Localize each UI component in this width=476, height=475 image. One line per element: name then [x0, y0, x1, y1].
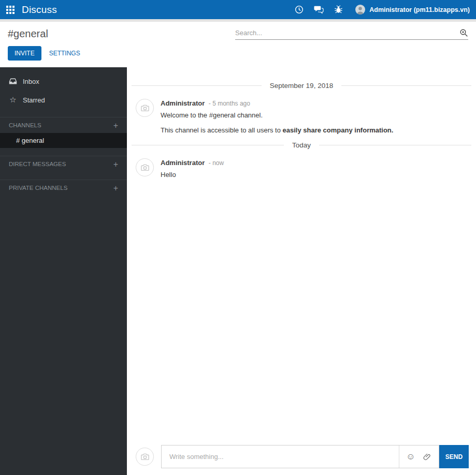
content-area: Inbox ☆ Starred CHANNELS + # general DIR…: [0, 67, 476, 475]
sidebar-section-label: CHANNELS: [9, 122, 41, 128]
user-name: Administrator (pm11.bizapps.vn): [369, 6, 470, 13]
date-separator: Today: [132, 141, 471, 149]
user-menu[interactable]: Administrator (pm11.bizapps.vn): [355, 5, 470, 14]
message-body: Welcome to the #general channel. This ch…: [161, 111, 393, 134]
top-navbar: Discuss Administrator (pm11.bizapps.vn): [0, 0, 476, 19]
composer-input-box: ☺: [161, 445, 439, 468]
message-avatar: [136, 158, 154, 176]
sidebar-item-general-channel[interactable]: # general: [0, 133, 127, 148]
channel-name: # general: [16, 137, 44, 144]
message-avatar: [136, 99, 154, 117]
message-author: Administrator: [161, 159, 205, 167]
settings-button[interactable]: SETTINGS: [49, 47, 80, 60]
sidebar-item-label: Inbox: [23, 78, 39, 85]
composer-tools: ☺: [399, 446, 439, 468]
sidebar-section-label: DIRECT MESSAGES: [9, 161, 66, 167]
add-channel-icon[interactable]: +: [113, 123, 118, 128]
user-avatar: [355, 5, 365, 14]
search-zoom-in-icon[interactable]: [459, 28, 468, 37]
message-composer: ☺ SEND: [136, 445, 469, 468]
sidebar-item-starred[interactable]: ☆ Starred: [0, 91, 127, 109]
message-author: Administrator: [161, 99, 205, 107]
camera-icon: [140, 452, 150, 462]
message-timestamp: - 5 months ago: [209, 100, 250, 107]
add-direct-message-icon[interactable]: +: [113, 161, 118, 167]
message-text-plain: This channel is accessible to all users …: [161, 126, 283, 134]
add-private-channel-icon[interactable]: +: [113, 185, 118, 191]
message: Administrator - 5 months ago Welcome to …: [127, 90, 476, 134]
sidebar-item-label: Starred: [23, 96, 45, 104]
apps-menu-icon[interactable]: [6, 6, 15, 14]
inbox-icon: [9, 77, 17, 85]
date-separator-label: Today: [292, 141, 311, 149]
app-title[interactable]: Discuss: [22, 4, 57, 16]
activities-clock-icon[interactable]: [294, 5, 304, 14]
send-button[interactable]: SEND: [439, 445, 469, 468]
camera-icon: [140, 103, 150, 113]
sidebar-section-channels: CHANNELS +: [0, 117, 127, 133]
systray: Administrator (pm11.bizapps.vn): [294, 5, 470, 14]
camera-icon: [140, 162, 150, 173]
message-timestamp: - now: [209, 159, 224, 167]
sidebar-section-label: PRIVATE CHANNELS: [9, 185, 67, 191]
message-body: Hello: [161, 171, 224, 179]
messages-icon[interactable]: [314, 5, 324, 14]
sidebar-section-private-channels: PRIVATE CHANNELS +: [0, 180, 127, 196]
message-text-bold: easily share company information.: [283, 126, 394, 134]
attachment-paperclip-icon[interactable]: [419, 446, 436, 468]
emoji-icon[interactable]: ☺: [402, 446, 419, 468]
message-line: Hello: [161, 171, 224, 179]
message-line: This channel is accessible to all users …: [161, 126, 393, 134]
composer-input[interactable]: [162, 446, 399, 468]
message: Administrator - now Hello: [127, 149, 476, 179]
message-header: Administrator - 5 months ago: [161, 99, 393, 107]
sidebar-item-inbox[interactable]: Inbox: [0, 72, 127, 91]
message-header: Administrator - now: [161, 158, 224, 167]
sidebar-section-direct-messages: DIRECT MESSAGES +: [0, 156, 127, 172]
date-separator: September 19, 2018: [132, 82, 471, 90]
bug-icon[interactable]: [334, 5, 343, 14]
discuss-sidebar: Inbox ☆ Starred CHANNELS + # general DIR…: [0, 67, 127, 475]
composer-avatar: [136, 448, 154, 466]
search-bar[interactable]: [235, 28, 468, 40]
star-icon: ☆: [9, 96, 17, 104]
message-line: Welcome to the #general channel.: [161, 111, 393, 119]
control-panel: #general INVITE SETTINGS: [0, 22, 476, 67]
search-input[interactable]: [235, 29, 459, 37]
channel-title: #general: [8, 27, 48, 40]
invite-button[interactable]: INVITE: [8, 46, 41, 61]
date-separator-label: September 19, 2018: [270, 82, 333, 90]
message-thread: September 19, 2018 Administrator - 5 mon…: [127, 67, 476, 475]
